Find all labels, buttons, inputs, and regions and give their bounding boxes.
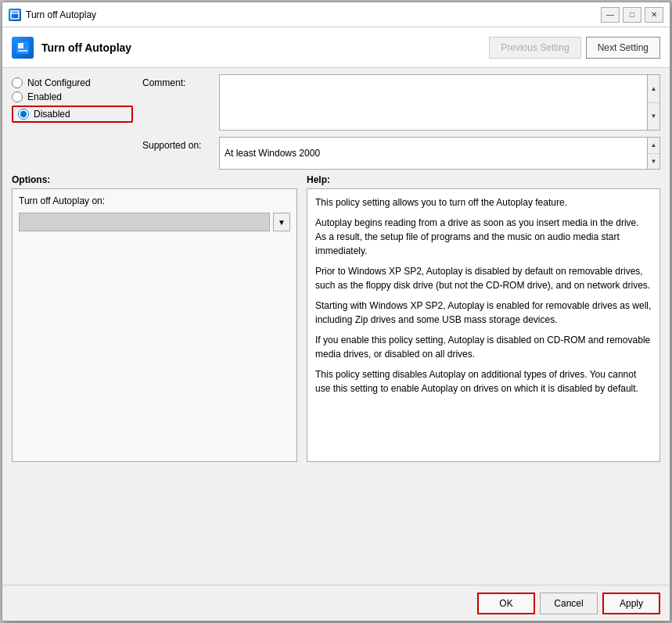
disabled-option[interactable]: Disabled [12,106,133,123]
svg-rect-3 [18,43,23,48]
not-configured-option[interactable]: Not Configured [12,77,133,88]
comment-label: Comment: [142,74,213,88]
supported-label: Supported on: [142,137,213,151]
supported-scroll-up[interactable]: ▲ [648,138,659,154]
options-sub-label: Turn off Autoplay on: [19,195,290,206]
help-para-1: This policy setting allows you to turn o… [315,195,652,209]
help-para-2: Autoplay begins reading from a drive as … [315,216,652,258]
next-setting-button[interactable]: Next Setting [586,37,660,59]
help-section-label: Help: [307,174,660,185]
previous-setting-button[interactable]: Previous Setting [489,37,580,59]
help-para-3: Prior to Windows XP SP2, Autoplay is dis… [315,264,652,292]
comment-textarea[interactable] [220,75,647,130]
comment-scroll: ▲ ▼ [647,75,659,130]
help-box[interactable]: This policy setting allows you to turn o… [307,188,660,462]
apply-button[interactable]: Apply [602,593,660,614]
header-nav: Previous Setting Next Setting [489,37,660,59]
window-icon [9,9,21,21]
supported-field-container: At least Windows 2000 ▲ ▼ [219,137,660,170]
help-para-5: If you enable this policy setting, Autop… [315,333,652,361]
comment-scroll-down[interactable]: ▼ [648,103,659,131]
enabled-radio[interactable] [12,91,23,102]
content-area: Not Configured Enabled Disabled Comment: [2,68,670,585]
header-icon [12,37,34,59]
enabled-label: Enabled [27,91,62,102]
supported-scroll-down[interactable]: ▼ [648,154,659,170]
window-controls: — □ ✕ [601,7,663,23]
comment-field-container: ▲ ▼ [219,74,660,131]
cancel-button[interactable]: Cancel [540,593,598,614]
right-section: Comment: ▲ ▼ Supported on: [142,74,660,170]
header-bar: Turn off Autoplay Previous Setting Next … [2,27,670,68]
close-button[interactable]: ✕ [645,7,663,23]
middle-section: Options: Turn off Autoplay on: ▼ Help: T… [12,174,660,462]
header-title: Turn off Autoplay [41,41,489,54]
help-para-4: Starting with Windows XP SP2, Autoplay i… [315,299,652,327]
supported-field: At least Windows 2000 ▲ ▼ [219,137,660,170]
title-bar: Turn off Autoplay — □ ✕ [2,2,670,27]
comment-field[interactable]: ▲ ▼ [219,74,660,131]
comment-row: Comment: ▲ ▼ [142,74,660,131]
footer: OK Cancel Apply [2,585,670,621]
autoplay-dropdown[interactable] [19,213,270,231]
not-configured-radio[interactable] [12,77,23,88]
radio-group: Not Configured Enabled Disabled [12,74,133,170]
supported-value: At least Windows 2000 [220,138,647,169]
dropdown-row: ▼ [19,213,290,231]
dropdown-arrow-button[interactable]: ▼ [273,213,290,231]
help-panel: Help: This policy setting allows you to … [307,174,660,462]
options-section-label: Options: [12,174,297,185]
svg-rect-0 [11,11,19,19]
top-section: Not Configured Enabled Disabled Comment: [12,74,660,170]
restore-button[interactable]: □ [623,7,641,23]
svg-rect-4 [18,50,27,52]
help-para-6: This policy setting disables Autoplay on… [315,367,652,396]
supported-scroll: ▲ ▼ [647,138,659,169]
ok-button[interactable]: OK [477,593,535,614]
window-title: Turn off Autoplay [26,9,601,20]
options-panel: Options: Turn off Autoplay on: ▼ [12,174,297,462]
options-box: Turn off Autoplay on: ▼ [12,188,297,462]
main-window: Turn off Autoplay — □ ✕ Turn off Autopla… [2,2,670,621]
disabled-radio[interactable] [18,109,29,120]
disabled-label: Disabled [34,109,70,120]
comment-scroll-up[interactable]: ▲ [648,75,659,103]
enabled-option[interactable]: Enabled [12,91,133,102]
not-configured-label: Not Configured [27,77,91,88]
supported-row: Supported on: At least Windows 2000 ▲ ▼ [142,137,660,170]
minimize-button[interactable]: — [601,7,620,23]
